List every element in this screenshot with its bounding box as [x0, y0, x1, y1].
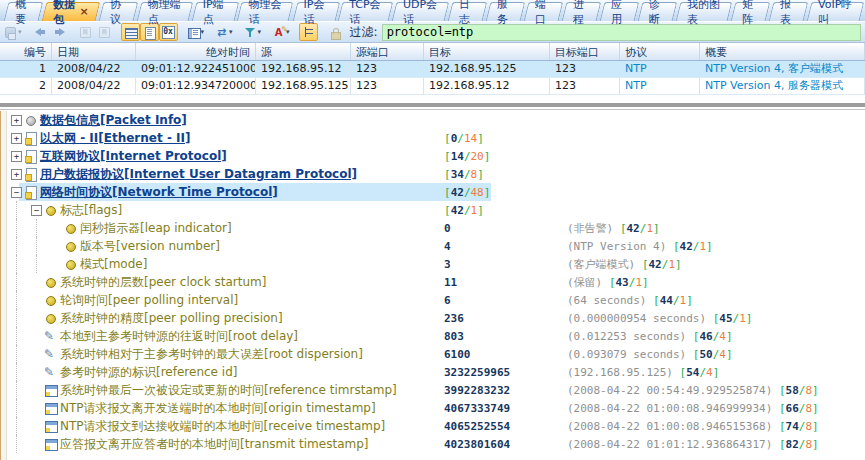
field-label: 应答报文离开应答者时的本地时间[transmit timestamp]: [60, 436, 368, 453]
tree-row-version-number[interactable]: 版本号[version number]4(NTP Version 4) [42/…: [7, 237, 865, 255]
tab-tcp-conversation[interactable]: TCP会话: [340, 2, 391, 21]
dot-gray-icon: [24, 114, 37, 127]
collapse-minus-box[interactable]: −: [31, 205, 42, 216]
arrow-right-icon: [53, 26, 66, 39]
col-header-number[interactable]: 编号: [0, 43, 52, 60]
list-view-icon: [124, 26, 137, 39]
col-header-destination[interactable]: 目标: [424, 43, 550, 60]
col-header-summary[interactable]: 概要: [700, 43, 865, 60]
packet-row-1[interactable]: 12008/04/2209:01:12.922451000192.168.95.…: [0, 61, 865, 78]
packet-row-2[interactable]: 22008/04/2209:01:12.934720000192.168.95.…: [0, 78, 865, 95]
col-header-absolute-time[interactable]: 绝对时间: [136, 43, 256, 60]
tree-icon: [302, 26, 315, 39]
expand-plus-box[interactable]: +: [11, 133, 22, 144]
tree-row-transmit-timestamp[interactable]: 应答报文离开应答者时的本地时间[transmit timestamp]40238…: [7, 435, 865, 453]
field-label: 轮询时间[peer polling interval]: [60, 292, 238, 309]
tab-application[interactable]: 应用: [602, 2, 637, 21]
dot-yellow-icon: [64, 240, 77, 253]
field-range: [14/20]: [444, 149, 490, 163]
dropdown-caret-icon: ▾: [229, 29, 233, 36]
col-header-destination-port[interactable]: 目标端口: [550, 43, 620, 60]
tab-matrix[interactable]: 矩阵: [733, 2, 768, 21]
tree-row-peer-polling-interval[interactable]: 轮询时间[peer polling interval]6(64 seconds)…: [7, 291, 865, 309]
pencil-icon: [44, 348, 57, 361]
field-value: 6: [444, 294, 451, 307]
tab-ip-endpoint[interactable]: IP端点: [194, 2, 237, 21]
field-range: [34/8]: [444, 167, 484, 181]
field-value: 3: [444, 258, 451, 271]
tab-label: IP端点: [203, 0, 228, 27]
byte-range: [46/4]: [693, 330, 733, 343]
tree-row-peer-polling-precision[interactable]: 系统时钟的精度[peer polling precision]236(0.000…: [7, 309, 865, 327]
byte-range: [45/1]: [713, 312, 753, 325]
byte-range: [74/8]: [779, 420, 819, 433]
tree-row-leap-indicator[interactable]: 闰秒指示器[leap indicator]0(非告警) [42/1]: [7, 219, 865, 237]
tab-service[interactable]: 服务: [488, 2, 523, 21]
tree-row-reference-timestamp[interactable]: 系统时钟最后一次被设定或更新的时间[reference timrstamp]39…: [7, 381, 865, 399]
tab-my-charts[interactable]: 我的图表: [678, 2, 730, 21]
cell-source: 192.168.95.12: [256, 61, 351, 77]
dot-yellow-icon: [44, 204, 57, 217]
field-comment: (客户端模式) [42/1]: [567, 257, 682, 272]
tree-row-mode[interactable]: 模式[mode]3(客户端模式) [42/1]: [7, 255, 865, 273]
field-comment: (2008-04-22 00:54:49.929525874) [58/8]: [567, 384, 819, 397]
tab-report[interactable]: 报表: [771, 2, 806, 21]
doc-icon: [24, 186, 37, 199]
field-label: NTP请求报文离开发送端时的本地时间[origin timestamp]: [60, 400, 376, 417]
tab-label: TCP会话: [349, 0, 382, 27]
col-header-protocol[interactable]: 协议: [620, 43, 700, 60]
tab-close-icon[interactable]: ×: [80, 6, 89, 17]
col-header-source-port[interactable]: 源端口: [351, 43, 424, 60]
collapse-minus-box[interactable]: −: [11, 187, 22, 198]
field-value: 3232259965: [444, 366, 510, 379]
tab-label: 数据包: [53, 0, 76, 27]
bookmark-prev-icon: [79, 26, 92, 39]
detail-view-icon: [143, 26, 156, 39]
expand-plus-box[interactable]: +: [11, 169, 22, 180]
tab-summary[interactable]: 概要: [6, 2, 41, 21]
tab-ip-conversation[interactable]: IP会话: [295, 2, 338, 21]
tree-row-receive-timestamp[interactable]: NTP请求报文到达接收端时的本地时间[receive timestamp]406…: [7, 417, 865, 435]
tab-protocol[interactable]: 协议: [101, 2, 136, 21]
tree-row-internet-protocol[interactable]: +互联网协议[Internet Protocol][14/20]: [7, 147, 865, 165]
tab-physical-conversation[interactable]: 物理会话: [239, 2, 291, 21]
tree-row-packet-info[interactable]: +数据包信息[Packet Info]: [7, 111, 865, 129]
cell-absolute-time: 09:01:12.922451000: [136, 61, 256, 77]
dropdown-caret-icon: ▾: [258, 29, 262, 36]
field-value: 3992283232: [444, 384, 510, 397]
cell-protocol: NTP: [620, 61, 700, 77]
tab-udp-conversation[interactable]: UDP会话: [394, 2, 447, 21]
tab-diagnosis[interactable]: 诊断: [640, 2, 675, 21]
field-label: 网络时间协议[Network Time Protocol]: [40, 184, 278, 201]
tab-label: 进程: [573, 0, 590, 27]
tree-row-ethernet-ii[interactable]: +以太网 - II[Ethernet - II][0/14]: [7, 129, 865, 147]
tree-row-peer-clock-stratum[interactable]: 系统时钟的层数[peer clock startum]11(保留) [43/1]: [7, 273, 865, 291]
expand-plus-box[interactable]: +: [11, 151, 22, 162]
col-header-source[interactable]: 源: [256, 43, 351, 60]
tab-packet[interactable]: 数据包×: [44, 2, 98, 21]
packet-analyzer-window: 概要数据包×协议物理端点IP端点物理会话IP会话TCP会话UDP会话日志服务端口…: [0, 0, 865, 460]
tree-row-flags[interactable]: −标志[flags][42/1]: [7, 201, 865, 219]
tab-log[interactable]: 日志: [450, 2, 485, 21]
tab-port[interactable]: 端口: [526, 2, 561, 21]
back-button[interactable]: [31, 23, 50, 41]
tree-row-root-dispersion[interactable]: 系统时钟相对于主参考时钟的最大误差[root dispersion]6100(0…: [7, 345, 865, 363]
field-label: 版本号[version number]: [80, 238, 220, 255]
field-comment: (保留) [43/1]: [567, 275, 649, 290]
tree-row-root-delay[interactable]: 本地到主参考时钟源的往返时间[root delay]803(0.012253 s…: [7, 327, 865, 345]
col-header-date[interactable]: 日期: [52, 43, 136, 60]
tree-row-reference-id[interactable]: 参考时钟源的标识[reference id]3232259965(192.168…: [7, 363, 865, 381]
decode-left-edge: [0, 111, 7, 460]
tab-physical-endpoint[interactable]: 物理端点: [139, 2, 191, 21]
tab-process[interactable]: 进程: [564, 2, 599, 21]
field-value: 4067333749: [444, 402, 510, 415]
field-label: 模式[mode]: [80, 256, 147, 273]
tree-row-origin-timestamp[interactable]: NTP请求报文离开发送端时的本地时间[origin timestamp]4067…: [7, 399, 865, 417]
tree-row-ntp[interactable]: −网络时间协议[Network Time Protocol][42/48]: [7, 183, 865, 201]
tab-label: 报表: [780, 0, 797, 27]
tree-row-udp[interactable]: +用户数据报协议[Internet User Datagram Protocol…: [7, 165, 865, 183]
field-comment: (0.012253 seconds) [46/4]: [567, 330, 733, 343]
expand-plus-box[interactable]: +: [11, 115, 22, 126]
horizontal-splitter[interactable]: [0, 101, 865, 111]
tab-voip-call[interactable]: VoIP呼叫: [809, 2, 862, 21]
